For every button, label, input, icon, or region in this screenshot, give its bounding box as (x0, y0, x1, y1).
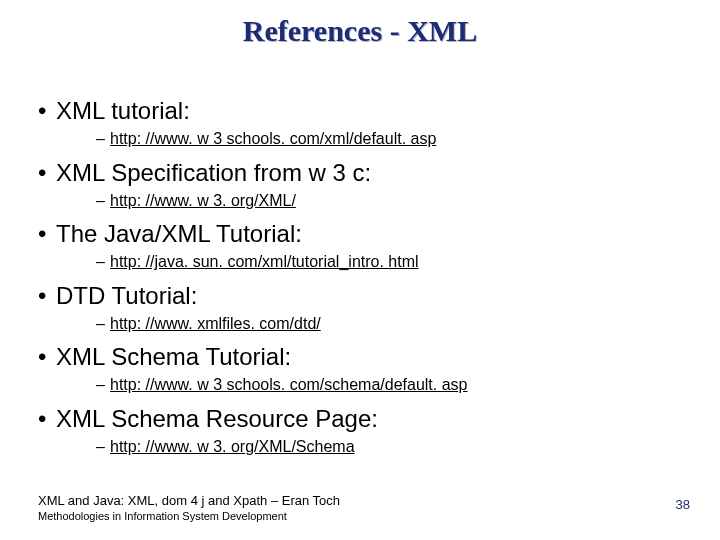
bullet-dot-icon: • (38, 158, 56, 188)
bullet-dot-icon: • (38, 281, 56, 311)
dash-icon: – (96, 374, 110, 396)
reference-link[interactable]: http: //java. sun. com/xml/tutorial_intr… (110, 253, 419, 270)
slide: References - XML •XML tutorial: –http: /… (0, 0, 720, 540)
bullet-level1: •XML tutorial: (38, 96, 682, 126)
reference-link[interactable]: http: //www. w 3 schools. com/schema/def… (110, 376, 468, 393)
footer-line-2: Methodologies in Information System Deve… (38, 510, 598, 522)
bullet-label: XML Schema Resource Page: (56, 405, 378, 432)
bullet-level1: •XML Specification from w 3 c: (38, 158, 682, 188)
bullet-level2: –http: //www. w 3 schools. com/xml/defau… (96, 128, 682, 150)
bullet-label: DTD Tutorial: (56, 282, 197, 309)
dash-icon: – (96, 313, 110, 335)
bullet-dot-icon: • (38, 342, 56, 372)
bullet-level1: •XML Schema Resource Page: (38, 404, 682, 434)
bullet-level2: –http: //www. w 3. org/XML/ (96, 190, 682, 212)
bullet-label: XML tutorial: (56, 97, 190, 124)
reference-link[interactable]: http: //www. w 3 schools. com/xml/defaul… (110, 130, 436, 147)
footer-line-1: XML and Java: XML, dom 4 j and Xpath – E… (38, 493, 598, 508)
bullet-label: XML Specification from w 3 c: (56, 159, 371, 186)
slide-title: References - XML (0, 14, 720, 48)
bullet-level2: –http: //www. w 3 schools. com/schema/de… (96, 374, 682, 396)
bullet-level2: –http: //www. w 3. org/XML/Schema (96, 436, 682, 458)
slide-content: •XML tutorial: –http: //www. w 3 schools… (0, 96, 720, 466)
dash-icon: – (96, 128, 110, 150)
bullet-dot-icon: • (38, 219, 56, 249)
bullet-dot-icon: • (38, 96, 56, 126)
reference-link[interactable]: http: //www. w 3. org/XML/ (110, 192, 296, 209)
bullet-level2: –http: //java. sun. com/xml/tutorial_int… (96, 251, 682, 273)
bullet-level1: •XML Schema Tutorial: (38, 342, 682, 372)
reference-link[interactable]: http: //www. w 3. org/XML/Schema (110, 438, 355, 455)
bullet-level1: •DTD Tutorial: (38, 281, 682, 311)
bullet-level1: •The Java/XML Tutorial: (38, 219, 682, 249)
bullet-level2: –http: //www. xmlfiles. com/dtd/ (96, 313, 682, 335)
reference-link[interactable]: http: //www. xmlfiles. com/dtd/ (110, 315, 321, 332)
bullet-dot-icon: • (38, 404, 56, 434)
bullet-label: XML Schema Tutorial: (56, 343, 291, 370)
bullet-label: The Java/XML Tutorial: (56, 220, 302, 247)
dash-icon: – (96, 190, 110, 212)
slide-footer: XML and Java: XML, dom 4 j and Xpath – E… (38, 493, 598, 522)
dash-icon: – (96, 436, 110, 458)
page-number: 38 (676, 497, 690, 512)
dash-icon: – (96, 251, 110, 273)
